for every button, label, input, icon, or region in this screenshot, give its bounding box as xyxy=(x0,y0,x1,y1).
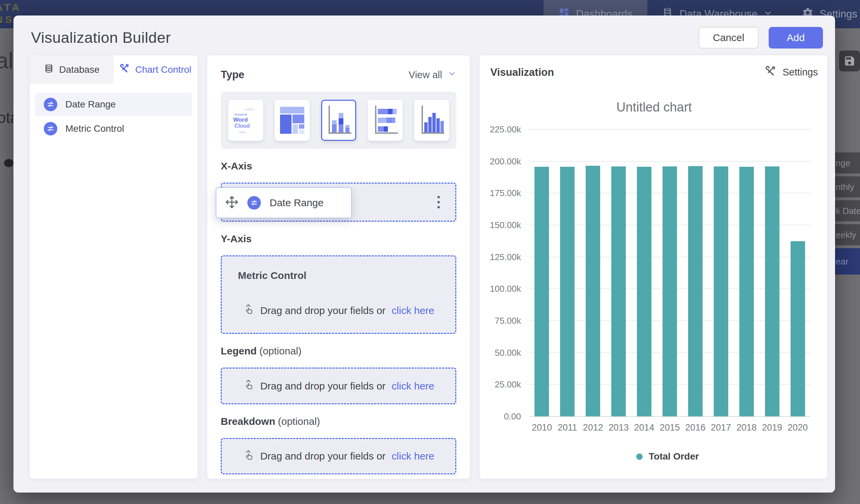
x-tick-label: 2011 xyxy=(555,422,580,433)
x-axis-labels: 2010201120122013201420152016201720182019… xyxy=(529,422,811,433)
tap-hand-icon xyxy=(243,379,254,393)
y-tick-label: 0.00 xyxy=(504,411,521,422)
x-tick-label: 2012 xyxy=(580,422,606,433)
bar[interactable] xyxy=(791,241,805,416)
y-tick-label: 25.00k xyxy=(495,379,521,390)
database-icon xyxy=(44,63,54,76)
tab-chart-control-label: Chart Control xyxy=(135,64,191,75)
x-tick-label: 2014 xyxy=(632,422,657,433)
chart-legend: Total Order xyxy=(517,451,818,462)
tab-chart-control[interactable]: Chart Control xyxy=(114,55,198,84)
x-axis-section-title: X-Axis xyxy=(221,160,456,172)
bar[interactable] xyxy=(714,167,728,416)
tab-database[interactable]: Database xyxy=(30,55,114,84)
tools-icon xyxy=(120,63,130,76)
chart-type-stacked-bar[interactable] xyxy=(368,100,403,141)
x-tick-label: 2020 xyxy=(785,422,811,433)
breakdown-section-title: Breakdown(optional) xyxy=(221,416,456,427)
bar[interactable] xyxy=(637,167,651,416)
background-menu-row: nthly xyxy=(835,176,860,198)
move-icon xyxy=(225,196,239,210)
bar-chart: 225.00k200.00k175.00k150.00k125.00k100.0… xyxy=(529,129,811,416)
drop-hint-text: Drag and drop your fields or xyxy=(260,450,386,462)
bar[interactable] xyxy=(765,167,779,416)
svg-text:keyword: keyword xyxy=(234,113,247,116)
bar[interactable] xyxy=(688,166,703,416)
legend-dot xyxy=(636,453,643,460)
type-section-title: Type xyxy=(221,69,244,81)
y-axis-dropzone[interactable]: Metric Control Drag and drop your fields… xyxy=(221,255,456,334)
click-here-link[interactable]: click here xyxy=(391,305,434,316)
fields-panel: Database Chart Control Date Rang xyxy=(30,55,198,479)
visualization-title: Visualization xyxy=(490,66,554,78)
x-tick-label: 2019 xyxy=(759,422,785,433)
background-menu-row: eekly xyxy=(835,224,860,245)
builder-panel: Type View all keyword Word Cloud xyxy=(207,55,470,479)
visualization-panel: Visualization Settings Untitled chart 22… xyxy=(479,55,827,479)
drop-hint-text: Drag and drop your fields or xyxy=(260,380,386,392)
chart-type-strip: keyword Word Cloud (data) analytics xyxy=(221,92,456,149)
x-tick-label: 2013 xyxy=(606,422,632,433)
chart-type-treemap[interactable] xyxy=(275,100,310,141)
y-tick-label: 100.00k xyxy=(490,284,521,294)
add-button[interactable]: Add xyxy=(769,27,823,48)
bar[interactable] xyxy=(739,167,754,416)
chart-type-stacked-column[interactable] xyxy=(321,100,356,141)
view-all-dropdown[interactable]: View all xyxy=(409,69,456,81)
svg-text:Word: Word xyxy=(233,117,248,123)
y-tick-label: 150.00k xyxy=(490,220,521,230)
x-tick-label: 2016 xyxy=(683,422,708,433)
bar[interactable] xyxy=(611,167,626,416)
x-axis-dropzone[interactable]: Date Range Date Range xyxy=(221,183,456,222)
bar[interactable] xyxy=(534,167,549,416)
background-menu-row: k Date xyxy=(835,200,860,221)
y-tick-label: 200.00k xyxy=(490,156,521,167)
settings-label: Settings xyxy=(783,67,818,78)
screen: ATA NSIDER DashboardsData WarehouseSetti… xyxy=(0,0,860,504)
dragged-field-date-range[interactable]: Date Range xyxy=(216,187,352,218)
crossed-tools-icon xyxy=(765,66,776,79)
legend-dropzone[interactable]: Drag and drop your fields or click here xyxy=(221,368,456,404)
chevron-down-icon xyxy=(447,69,456,81)
field-item-date-range[interactable]: Date Range xyxy=(35,93,192,116)
tune-icon xyxy=(247,196,261,210)
legend-section-title: Legend(optional) xyxy=(221,345,456,357)
chart-type-column[interactable] xyxy=(414,100,449,141)
settings-button[interactable]: Settings xyxy=(765,66,818,79)
y-tick-label: 175.00k xyxy=(490,188,521,199)
save-icon[interactable] xyxy=(839,51,860,71)
x-tick-label: 2018 xyxy=(734,422,759,433)
legend-label: Total Order xyxy=(649,451,699,462)
bar[interactable] xyxy=(560,167,575,416)
breakdown-dropzone[interactable]: Drag and drop your fields or click here xyxy=(221,438,456,474)
kebab-menu-icon[interactable] xyxy=(438,196,440,208)
cancel-button[interactable]: Cancel xyxy=(699,27,758,48)
y-axis-control-label: Metric Control xyxy=(238,270,439,281)
svg-text:analytics: analytics xyxy=(245,108,254,111)
background-menu-row: nge xyxy=(835,152,860,173)
bar[interactable] xyxy=(586,166,600,416)
y-tick-label: 225.00k xyxy=(490,124,521,135)
drop-hint-text: Drag and drop your fields or xyxy=(260,305,386,316)
background-menu-fragments: ngenthlyk Dateeeklyear xyxy=(835,152,860,275)
modal-header: Visualization Builder Cancel Add xyxy=(13,15,835,48)
field-item-metric-control[interactable]: Metric Control xyxy=(35,117,192,141)
bar[interactable] xyxy=(662,167,677,416)
tune-icon xyxy=(44,98,57,111)
y-tick-label: 50.00k xyxy=(495,347,521,358)
field-item-label: Metric Control xyxy=(66,123,124,134)
modal-title: Visualization Builder xyxy=(31,29,171,46)
x-tick-label: 2010 xyxy=(529,422,555,433)
y-axis-section-title: Y-Axis xyxy=(221,233,456,245)
dragged-field-label: Date Range xyxy=(270,197,324,208)
chart-title: Untitled chart xyxy=(490,100,818,115)
svg-text:(data): (data) xyxy=(239,131,246,134)
background-text-fragment: al xyxy=(0,48,13,73)
click-here-link[interactable]: click here xyxy=(391,380,434,392)
y-tick-label: 75.00k xyxy=(495,315,521,326)
tap-hand-icon xyxy=(243,304,254,317)
background-bullet xyxy=(4,159,13,167)
x-tick-label: 2017 xyxy=(708,422,734,433)
click-here-link[interactable]: click here xyxy=(391,450,434,462)
chart-type-word-cloud[interactable]: keyword Word Cloud (data) analytics xyxy=(228,100,263,141)
